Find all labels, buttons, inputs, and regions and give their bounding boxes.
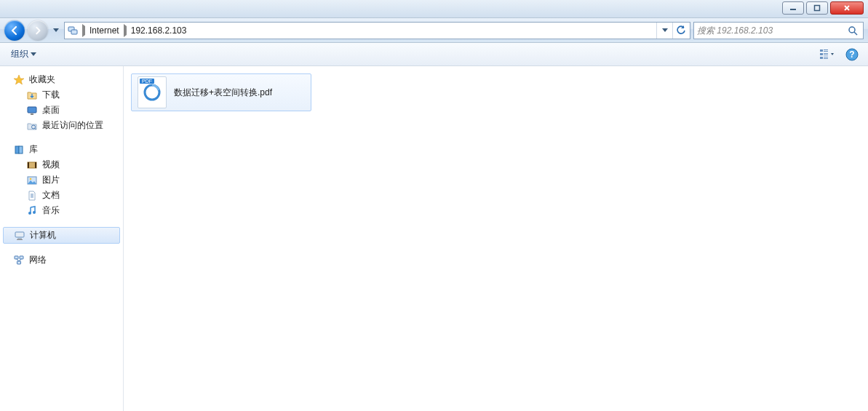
refresh-button[interactable] [672,23,688,39]
pdf-badge: PDF [140,79,154,84]
sidebar-label: 下载 [42,89,60,101]
sidebar-label: 文档 [42,189,60,201]
sidebar-label: 音乐 [42,204,60,217]
music-icon [26,205,38,217]
minimize-button[interactable] [782,1,804,15]
search-input[interactable] [697,25,845,36]
nav-history-dropdown[interactable] [51,23,61,39]
sidebar-item-recent[interactable]: 最近访问的位置 [0,118,123,133]
svg-rect-10 [824,51,828,52]
sidebar-label: 桌面 [42,104,60,116]
picture-icon [26,175,38,186]
svg-rect-24 [19,146,23,153]
svg-rect-5 [71,30,77,34]
help-button[interactable]: ? [843,46,861,63]
svg-rect-11 [820,53,823,55]
svg-point-6 [849,27,855,33]
svg-rect-8 [820,49,823,52]
star-icon [13,74,25,86]
svg-rect-16 [824,58,828,59]
search-box[interactable] [693,22,864,39]
nav-back-button[interactable] [4,20,25,41]
address-dropdown-button[interactable] [656,23,672,39]
file-name-label: 数据迁移+表空间转换.pdf [174,87,272,99]
computer-icon [14,230,25,242]
organize-label: 组织 [11,48,28,60]
nav-bar: Internet 192.168.2.103 [0,18,868,43]
video-icon [26,159,38,171]
sidebar-item-downloads[interactable]: 下载 [0,87,123,103]
breadcrumb-part[interactable]: 192.168.2.103 [130,24,188,37]
svg-rect-13 [824,55,828,55]
doc-icon [26,190,38,201]
svg-text:?: ? [849,49,854,60]
svg-rect-41 [17,261,21,264]
sidebar-item-desktop[interactable]: 桌面 [0,103,123,118]
svg-rect-38 [17,239,23,240]
toolbar: 组织 ? [0,43,868,66]
desktop-icon [26,105,38,116]
close-button[interactable] [830,1,864,15]
search-icon[interactable] [845,23,860,38]
svg-line-7 [854,32,857,35]
view-options-button[interactable] [819,46,836,63]
svg-rect-23 [15,146,19,153]
title-bar [0,0,868,18]
sidebar: 收藏夹 下载 桌面 最近访问的位置 库 视频 [0,66,124,411]
network-location-icon [66,24,79,37]
content-pane[interactable]: PDF 数据迁移+表空间转换.pdf [124,66,868,411]
svg-rect-37 [17,238,22,239]
svg-point-29 [30,177,32,180]
sidebar-label: 网络 [29,254,47,266]
breadcrumb-sep-icon [79,26,88,35]
sidebar-head-computer[interactable]: 计算机 [3,227,120,244]
sidebar-label: 最近访问的位置 [42,119,103,132]
svg-rect-14 [820,57,823,59]
address-bar[interactable]: Internet 192.168.2.103 [64,22,690,39]
sidebar-label: 计算机 [30,229,56,242]
maximize-button[interactable] [806,1,828,15]
svg-rect-39 [15,256,18,259]
folder-down-icon [26,89,38,101]
sidebar-item-music[interactable]: 音乐 [0,203,123,218]
network-icon [13,255,25,266]
svg-rect-36 [15,232,24,237]
breadcrumb-part[interactable]: Internet [88,24,121,37]
svg-rect-19 [28,107,36,113]
chevron-down-icon [31,52,36,56]
sidebar-head-favorites[interactable]: 收藏夹 [0,72,123,87]
sidebar-label: 库 [29,143,38,156]
nav-forward-button[interactable] [28,20,48,41]
svg-rect-27 [35,162,36,168]
svg-point-34 [33,211,36,214]
svg-rect-40 [20,256,23,259]
pdf-file-icon: PDF [138,76,167,108]
sidebar-item-documents[interactable]: 文档 [0,188,123,203]
sidebar-item-pictures[interactable]: 图片 [0,172,123,188]
organize-button[interactable]: 组织 [7,46,40,63]
sidebar-item-video[interactable]: 视频 [0,157,123,172]
svg-rect-12 [824,53,828,54]
breadcrumb-sep-icon [121,26,130,35]
sidebar-label: 视频 [42,159,60,171]
window-buttons [782,1,864,15]
sidebar-head-network[interactable]: 网络 [0,252,123,268]
sidebar-label: 图片 [42,174,60,186]
svg-rect-1 [815,6,820,11]
file-item[interactable]: PDF 数据迁移+表空间转换.pdf [131,73,311,111]
svg-rect-15 [824,57,828,57]
sidebar-head-libraries[interactable]: 库 [0,142,123,157]
recent-icon [26,120,38,132]
sidebar-label: 收藏夹 [29,73,55,86]
libraries-icon [13,144,25,156]
svg-rect-20 [31,113,33,115]
svg-rect-26 [28,162,29,168]
svg-rect-9 [824,49,828,50]
